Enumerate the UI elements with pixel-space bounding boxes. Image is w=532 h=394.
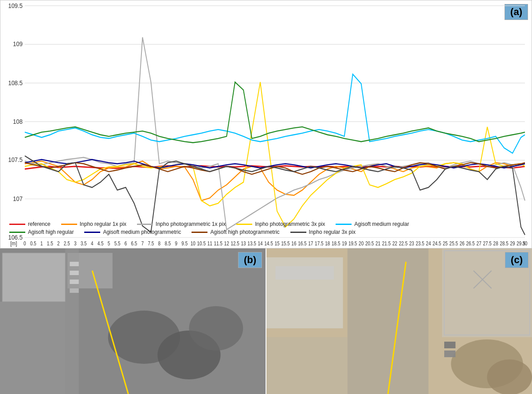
legend-line-agisoft-medium-regular	[336, 224, 352, 225]
svg-point-82	[189, 306, 243, 351]
legend-agisoft-medium-photo: Agisoft medium photogrammetric	[84, 229, 181, 235]
legend-line-agisoft-medium-photo	[84, 232, 100, 233]
legend-line-agisoft-high-photo	[192, 232, 207, 233]
svg-point-99	[487, 359, 532, 394]
legend-agisoft-medium-regular: Agisoft medium regular	[336, 221, 409, 227]
panel-b-svg	[0, 248, 266, 394]
legend-line-reference	[9, 224, 25, 225]
svg-rect-86	[70, 280, 78, 284]
svg-text:107.5: 107.5	[8, 156, 23, 163]
legend-label-agisoft-high-photo: Agisoft high photogrammetric	[210, 229, 279, 235]
legend-area: reference Inpho regular 1x pix Inpho pho…	[0, 208, 532, 248]
panel-c-label: (c)	[505, 252, 528, 268]
legend-line-inpho-regular-1x	[61, 224, 77, 225]
legend-row-1: reference Inpho regular 1x pix Inpho pho…	[9, 221, 523, 227]
svg-rect-85	[70, 271, 78, 275]
legend-line-inpho-photo-3x	[236, 224, 252, 225]
bottom-section: (b)	[0, 248, 532, 394]
chart-section: (a) 109.5 109 108.5 108 107.5 107 106.5 …	[0, 0, 532, 248]
svg-text:109.5: 109.5	[8, 2, 23, 9]
svg-text:108: 108	[13, 118, 23, 125]
legend-label-inpho-photo-3x: Inpho photogrammetric 3x pix	[255, 221, 325, 227]
legend-agisoft-high-photo: Agisoft high photogrammetric	[192, 229, 279, 235]
panel-b-label: (b)	[238, 252, 262, 268]
legend-inpho-regular-1x: Inpho regular 1x pix	[61, 221, 126, 227]
legend-inpho-regular-3x: Inpho regular 3x pix	[290, 229, 356, 235]
legend-label-agisoft-high-regular: Agisoft high regular	[28, 229, 74, 235]
legend-label-agisoft-medium-photo: Agisoft medium photogrammetric	[103, 229, 181, 235]
legend-line-inpho-regular-3x	[290, 232, 306, 233]
panel-c: (c)	[266, 248, 532, 394]
svg-rect-84	[70, 262, 78, 266]
legend-label-agisoft-medium-regular: Agisoft medium regular	[354, 221, 409, 227]
svg-rect-93	[275, 266, 334, 280]
legend-label-inpho-regular-3x: Inpho regular 3x pix	[309, 229, 356, 235]
svg-rect-102	[266, 337, 348, 394]
legend-line-inpho-photo-1x	[137, 224, 153, 225]
svg-rect-91	[348, 248, 429, 394]
legend-label-reference: reference	[28, 221, 51, 227]
svg-text:108.5: 108.5	[8, 79, 23, 87]
legend-inpho-photo-3x: Inpho photogrammetric 3x pix	[236, 221, 325, 227]
svg-text:107: 107	[13, 195, 23, 202]
svg-rect-100	[444, 342, 455, 348]
panel-b: (b)	[0, 248, 266, 394]
legend-inpho-photo-1x: Inpho photogrammetric 1x pix	[137, 221, 226, 227]
svg-rect-101	[444, 351, 455, 357]
legend-line-agisoft-high-regular	[9, 232, 25, 233]
svg-rect-87	[70, 288, 78, 293]
panel-c-svg	[266, 248, 532, 394]
legend-row-2: Agisoft high regular Agisoft medium phot…	[9, 229, 523, 235]
svg-text:109: 109	[13, 40, 23, 47]
svg-rect-77	[2, 253, 65, 302]
legend-label-inpho-regular-1x: Inpho regular 1x pix	[80, 221, 126, 227]
svg-rect-83	[65, 248, 78, 394]
main-container: (a) 109.5 109 108.5 108 107.5 107 106.5 …	[0, 0, 532, 394]
svg-rect-88	[0, 302, 65, 394]
legend-agisoft-high-regular: Agisoft high regular	[9, 229, 74, 235]
legend-reference: reference	[9, 221, 51, 227]
legend-label-inpho-photo-1x: Inpho photogrammetric 1x pix	[156, 221, 226, 227]
